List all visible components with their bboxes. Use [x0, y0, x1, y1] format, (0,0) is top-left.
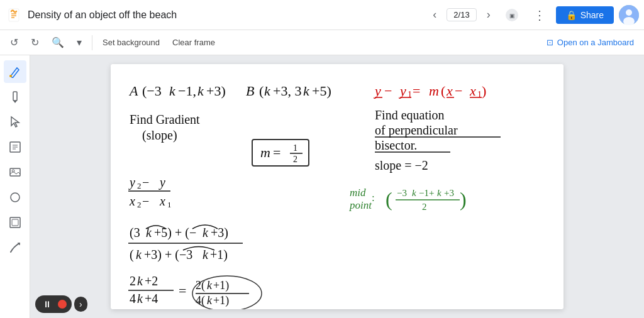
- circle-tool-button[interactable]: [4, 186, 26, 209]
- page-indicator[interactable]: 2/13: [447, 8, 476, 21]
- svg-text:−1,: −1,: [178, 83, 196, 99]
- svg-text:x: x: [129, 194, 135, 208]
- sticky-note-tool-button[interactable]: [4, 136, 26, 158]
- svg-text:+3, 3: +3, 3: [273, 83, 301, 99]
- svg-text:(: (: [386, 188, 392, 211]
- redo-button[interactable]: ↻: [26, 34, 44, 51]
- open-jamboard-button[interactable]: ⊡ Open on a Jamboard: [541, 35, 639, 50]
- svg-text:+2: +2: [145, 274, 158, 288]
- svg-text:(: (: [259, 83, 264, 99]
- topbar-right: ▣ ⋮ 🔒 Share: [501, 5, 639, 25]
- svg-text:−1+: −1+: [419, 188, 434, 198]
- marker-tool-button[interactable]: [4, 85, 26, 108]
- svg-text:(−3: (−3: [142, 83, 162, 99]
- svg-text:−: −: [384, 83, 392, 99]
- canvas-area[interactable]: A (−3 k −1, k +3) B ( k +3, 3 k +5) y − …: [30, 55, 644, 318]
- frame-tool-button[interactable]: [4, 211, 26, 234]
- whiteboard-content: A (−3 k −1, k +3) B ( k +3, 3 k +5) y − …: [111, 64, 564, 309]
- toolbar-separator: [92, 35, 92, 50]
- svg-text:m: m: [260, 145, 270, 160]
- svg-text:2: 2: [137, 200, 142, 209]
- svg-text:+1): +1): [213, 294, 229, 307]
- svg-text:x: x: [446, 83, 453, 99]
- pen-tool-button[interactable]: [4, 60, 26, 83]
- bottom-bar: ⏸ ›: [35, 295, 87, 313]
- next-page-button[interactable]: ›: [482, 6, 496, 24]
- clear-frame-button[interactable]: Clear frame: [167, 35, 220, 50]
- app-icon: [5, 6, 23, 24]
- svg-text:): ): [482, 83, 486, 99]
- svg-text:k: k: [137, 274, 143, 288]
- svg-text:y: y: [158, 175, 165, 190]
- svg-text:2: 2: [130, 274, 136, 288]
- svg-text:): ): [460, 188, 467, 211]
- svg-text:−: −: [142, 194, 149, 208]
- svg-text:of perpendicular: of perpendicular: [375, 123, 458, 138]
- svg-text:▣: ▣: [509, 13, 514, 19]
- main-area: A (−3 k −1, k +3) B ( k +3, 3 k +5) y − …: [0, 55, 644, 318]
- svg-text:1: 1: [293, 143, 297, 153]
- svg-text:k: k: [303, 83, 310, 99]
- record-indicator: [58, 300, 67, 309]
- svg-text:y: y: [374, 83, 381, 99]
- pause-button[interactable]: ⏸: [40, 298, 54, 310]
- svg-text:2(: 2(: [196, 279, 205, 292]
- svg-text:y: y: [399, 83, 406, 99]
- svg-text:k: k: [169, 83, 176, 99]
- svg-point-18: [11, 193, 19, 202]
- svg-text:k: k: [207, 279, 213, 292]
- svg-rect-21: [111, 64, 564, 309]
- svg-text:k: k: [137, 292, 143, 305]
- svg-text:B: B: [246, 83, 254, 99]
- svg-text:+3): +3): [206, 83, 226, 99]
- avatar[interactable]: [619, 5, 639, 25]
- svg-text:x: x: [159, 194, 165, 208]
- svg-text:+3) + (−3: +3) + (−3: [144, 248, 192, 262]
- image-tool-button[interactable]: [4, 161, 26, 184]
- svg-text:(: (: [130, 248, 134, 262]
- svg-text:y: y: [128, 175, 135, 190]
- svg-text:k: k: [197, 83, 204, 99]
- whiteboard[interactable]: A (−3 k −1, k +3) B ( k +3, 3 k +5) y − …: [111, 64, 564, 309]
- zoom-dropdown-button[interactable]: ▾: [72, 34, 87, 51]
- svg-rect-10: [13, 92, 17, 101]
- svg-text:bisector.: bisector.: [375, 138, 417, 152]
- svg-text:mid: mid: [350, 187, 366, 199]
- open-jamboard-icon: ⊡: [547, 38, 553, 47]
- svg-text:=: =: [273, 145, 280, 160]
- svg-text:4: 4: [130, 292, 136, 305]
- svg-text:x: x: [469, 83, 476, 99]
- undo-button[interactable]: ↺: [5, 34, 23, 51]
- playback-controls: ⏸: [35, 295, 72, 313]
- svg-text:point: point: [349, 199, 372, 211]
- pause-icon: ⏸: [43, 299, 52, 309]
- select-tool-button[interactable]: [4, 111, 26, 133]
- svg-text:−: −: [455, 83, 462, 99]
- svg-text:(slope): (slope): [142, 128, 177, 143]
- svg-text:+3: +3: [444, 188, 454, 198]
- svg-text:−: −: [142, 175, 149, 189]
- set-background-button[interactable]: Set background: [97, 35, 165, 50]
- svg-text:k: k: [136, 248, 142, 261]
- svg-text:k: k: [207, 294, 213, 307]
- top-bar: Density of an object off the beach ‹ 2/1…: [0, 0, 644, 30]
- svg-text:2: 2: [422, 202, 427, 212]
- prev-page-button[interactable]: ‹: [428, 6, 441, 24]
- google-account-button[interactable]: ▣: [501, 6, 523, 24]
- more-options-button[interactable]: ⋮: [528, 5, 551, 25]
- svg-point-7: [626, 9, 632, 16]
- svg-text:k: k: [203, 226, 209, 239]
- svg-text:Find equation: Find equation: [375, 108, 445, 123]
- svg-text:A: A: [128, 83, 138, 99]
- lock-icon: 🔒: [566, 10, 577, 20]
- svg-text:Find Gradient: Find Gradient: [130, 112, 200, 126]
- zoom-button[interactable]: 🔍: [47, 34, 69, 51]
- expand-button[interactable]: ›: [74, 297, 87, 312]
- share-button[interactable]: 🔒 Share: [556, 6, 614, 24]
- svg-text:+1): +1): [213, 279, 229, 292]
- svg-rect-20: [12, 219, 18, 226]
- sidebar: [0, 55, 30, 318]
- svg-text:2: 2: [293, 155, 297, 164]
- svg-text:+5): +5): [312, 83, 331, 99]
- laser-tool-button[interactable]: [4, 236, 26, 259]
